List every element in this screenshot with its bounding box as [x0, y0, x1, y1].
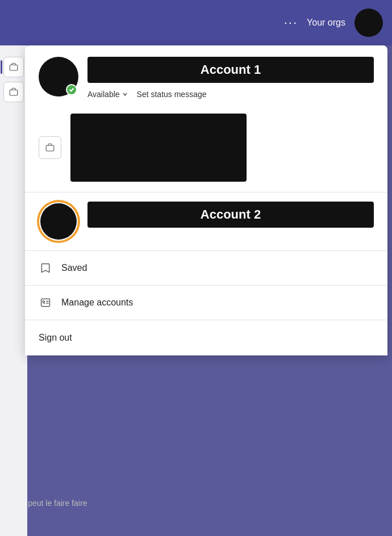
saved-label: Saved — [61, 263, 87, 273]
sidebar-item-2[interactable] — [3, 82, 24, 102]
manage-accounts-label: Manage accounts — [61, 298, 133, 308]
org1-redacted-content — [70, 114, 247, 182]
account2-info: Account 2 — [87, 202, 374, 228]
sidebar-item-1[interactable] — [3, 57, 24, 77]
svg-rect-0 — [10, 65, 18, 70]
saved-icon — [39, 261, 52, 275]
more-options-button[interactable]: ··· — [284, 15, 298, 30]
avatar[interactable] — [355, 9, 383, 37]
sign-out-menu-item[interactable]: Sign out — [25, 320, 387, 355]
account2-avatar-wrap — [39, 202, 78, 241]
saved-menu-item[interactable]: Saved — [25, 251, 387, 286]
menu-items: Saved Manage accounts Sign out — [25, 251, 387, 355]
account1-info: Account 1 Available Set status message — [87, 57, 374, 99]
svg-rect-2 — [46, 145, 54, 151]
account2-name: Account 2 — [87, 202, 374, 228]
manage-accounts-icon — [39, 296, 52, 309]
status-available-button[interactable]: Available — [87, 90, 128, 99]
org-items — [25, 108, 387, 192]
status-badge — [66, 84, 77, 95]
svg-rect-3 — [41, 299, 50, 306]
svg-rect-1 — [10, 90, 18, 95]
account1-name: Account 1 — [87, 57, 374, 83]
account1-status-row: Available Set status message — [87, 90, 374, 99]
status-available-label: Available — [87, 90, 120, 99]
manage-accounts-menu-item[interactable]: Manage accounts — [25, 286, 387, 320]
account1-section: Account 1 Available Set status message — [25, 45, 387, 108]
org-item-1 — [39, 108, 374, 187]
sign-out-label: Sign out — [39, 333, 72, 342]
org1-icon-button[interactable] — [39, 136, 61, 159]
account-dropdown: Account 1 Available Set status message — [25, 45, 387, 355]
set-status-button[interactable]: Set status message — [137, 90, 207, 99]
svg-point-4 — [43, 301, 44, 303]
account2-section: Account 2 — [25, 192, 387, 250]
account2-avatar — [39, 202, 78, 241]
sidebar — [0, 45, 27, 536]
your-orgs-button[interactable]: Your orgs — [307, 18, 345, 28]
account1-row: Account 1 Available Set status message — [39, 57, 374, 99]
top-bar: ··· Your orgs — [0, 0, 392, 45]
account1-avatar-wrap — [39, 57, 78, 97]
account2-row: Account 2 — [39, 202, 374, 241]
